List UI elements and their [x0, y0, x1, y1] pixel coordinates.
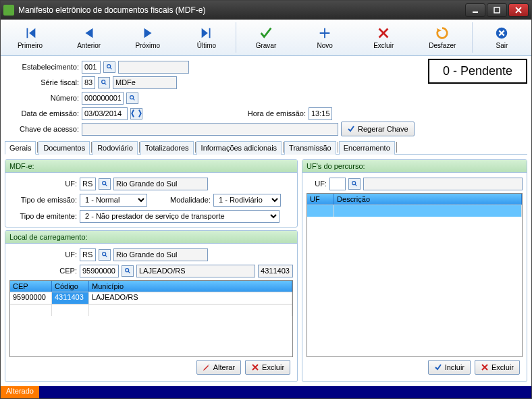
local-excluir-button[interactable]: Excluir [245, 360, 290, 375]
percurso-grid[interactable]: UF Descrição [307, 193, 523, 357]
tipo-emitente-label: Tipo de emitente: [9, 212, 77, 220]
close-button[interactable] [508, 3, 529, 17]
local-uf-desc [113, 248, 208, 261]
incluir-button[interactable]: Incluir [428, 360, 471, 375]
tipo-emissao-select[interactable]: 1 - Normal [80, 194, 147, 207]
percurso-uf-lookup-icon[interactable] [348, 178, 361, 190]
percurso-uf-desc [363, 178, 523, 190]
estabelecimento-label: Estabelecimento: [5, 63, 79, 71]
percurso-uf-field[interactable] [329, 178, 346, 190]
modalidade-label: Modalidade: [157, 196, 211, 204]
statusbar: Alterado [1, 386, 531, 398]
first-button[interactable]: Primeiro [2, 21, 58, 54]
undo-button[interactable]: Desfazer [415, 21, 471, 54]
local-cep-lookup-icon[interactable] [122, 265, 134, 277]
tab-rodoviario[interactable]: Rodoviário [92, 141, 138, 155]
table-row[interactable]: 95900000 4311403 LAJEADO/RS [10, 292, 292, 304]
regerar-chave-button[interactable]: Regerar Chave [341, 122, 415, 136]
maximize-button[interactable] [487, 3, 507, 17]
col-codigo: Código [52, 281, 89, 292]
previous-button[interactable]: Anterior [61, 21, 117, 54]
serie-field[interactable] [82, 76, 95, 89]
percurso-group: UF's do percurso: UF: UF Descrição [302, 159, 527, 382]
tab-encerramento[interactable]: Encerramento [339, 141, 395, 155]
save-button[interactable]: Gravar [238, 21, 294, 54]
tab-info-adicionais[interactable]: Informações adicionais [196, 141, 282, 155]
hora-field[interactable] [309, 107, 332, 120]
local-cep-field[interactable] [80, 265, 119, 277]
toolbar: Primeiro Anterior Próximo Último Gravar … [1, 20, 531, 56]
delete-button[interactable]: Excluir [356, 21, 412, 54]
estabelecimento-desc [118, 61, 189, 74]
svg-rect-1 [494, 7, 500, 13]
percurso-group-title: UF's do percurso: [302, 160, 527, 173]
tab-documentos[interactable]: Documentos [38, 141, 90, 155]
percurso-excluir-button[interactable]: Excluir [475, 360, 520, 375]
exit-button[interactable]: Sair [474, 21, 530, 54]
tipo-emissao-label: Tipo de emissão: [9, 196, 77, 204]
mdfe-uf-label: UF: [9, 180, 77, 188]
data-emissao-field[interactable] [82, 107, 128, 120]
col-perc-uf: UF [307, 194, 334, 205]
app-window: Manifesto eletrônico de documentos fisca… [0, 0, 532, 399]
col-municipio: Município [89, 281, 292, 292]
chave-label: Chave de acesso: [5, 125, 79, 133]
mdfe-uf-lookup-icon[interactable] [99, 178, 111, 190]
svg-rect-0 [473, 11, 478, 13]
estabelecimento-lookup-icon[interactable] [103, 61, 115, 73]
mdfe-uf-field[interactable] [80, 178, 96, 190]
data-emissao-label: Data de emissão: [5, 109, 79, 117]
percurso-uf-label: UF: [307, 180, 327, 188]
local-cep-code [258, 265, 293, 277]
col-cep: CEP [10, 281, 52, 292]
new-button[interactable]: Novo [297, 21, 353, 54]
mdfe-group: MDF-e: UF: Tipo de emissão: 1 - Normal M… [5, 159, 298, 228]
titlebar: Manifesto eletrônico de documentos fisca… [1, 1, 531, 20]
tipo-emitente-select[interactable]: 2 - Não prestador de serviço de transpor… [80, 210, 280, 223]
table-row[interactable] [307, 205, 522, 217]
alterar-button[interactable]: Alterar [196, 360, 241, 375]
minimize-button[interactable] [465, 3, 485, 17]
mdfe-uf-desc [113, 178, 208, 190]
date-spinner-icon[interactable] [130, 108, 142, 119]
serie-desc [113, 76, 177, 89]
modalidade-select[interactable]: 1 - Rodiviário [213, 194, 281, 207]
hora-label: Hora de emissão: [248, 109, 306, 117]
numero-label: Número: [5, 94, 79, 102]
last-button[interactable]: Último [178, 21, 234, 54]
tab-transmissao[interactable]: Transmissão [284, 141, 336, 155]
app-icon [3, 5, 14, 16]
local-cep-desc [136, 265, 255, 277]
status-badge: 0 - Pendente [428, 59, 527, 84]
local-uf-field[interactable] [80, 248, 96, 261]
local-grid[interactable]: CEP Código Município 95900000 4311403 LA… [9, 280, 293, 357]
tab-gerais[interactable]: Gerais [5, 141, 36, 155]
serie-label: Série fiscal: [5, 78, 79, 86]
local-uf-lookup-icon[interactable] [99, 249, 111, 261]
chave-field [82, 123, 338, 136]
local-cep-label: CEP: [9, 267, 77, 275]
estabelecimento-field[interactable] [82, 61, 101, 74]
local-uf-label: UF: [9, 250, 77, 259]
tabs: Gerais Documentos Rodoviário Totalizador… [5, 140, 527, 155]
window-title: Manifesto eletrônico de documentos fisca… [18, 5, 464, 15]
next-button[interactable]: Próximo [119, 21, 176, 54]
mdfe-group-title: MDF-e: [5, 160, 297, 173]
tab-totalizadores[interactable]: Totalizadores [140, 141, 194, 155]
numero-lookup-icon[interactable] [126, 92, 138, 104]
col-perc-desc: Descrição [334, 194, 522, 205]
table-row[interactable] [10, 304, 292, 316]
local-group: Local de carregamento: UF: CEP: [5, 230, 298, 382]
status-alterado: Alterado [1, 386, 39, 398]
serie-lookup-icon[interactable] [98, 77, 110, 88]
local-group-title: Local de carregamento: [5, 231, 297, 244]
numero-field[interactable] [82, 92, 124, 105]
